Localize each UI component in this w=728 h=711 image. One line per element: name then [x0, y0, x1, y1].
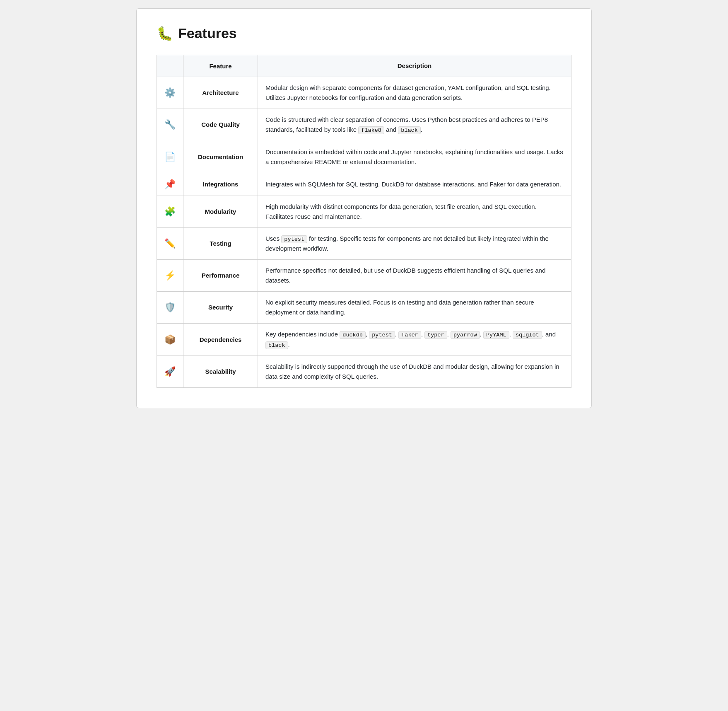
feature-name-label: Performance — [202, 272, 240, 279]
feature-name-cell: Architecture — [183, 77, 258, 109]
inline-code: pytest — [281, 235, 307, 243]
feature-icon: 📌 — [157, 173, 183, 196]
table-row: ✏️TestingUses pytest for testing. Specif… — [157, 227, 571, 260]
inline-code: black — [265, 341, 288, 349]
feature-icon: ⚙️ — [157, 77, 183, 109]
feature-name-cell: Documentation — [183, 141, 258, 173]
feature-description: Integrates with SQLMesh for SQL testing,… — [258, 173, 571, 196]
feature-name-cell: Scalability — [183, 356, 258, 388]
feature-name-label: Testing — [210, 240, 231, 247]
feature-icon: ⚡ — [157, 260, 183, 292]
feature-name-label: Modularity — [205, 208, 236, 215]
feature-description: Uses pytest for testing. Specific tests … — [258, 227, 571, 260]
page-title-row: 🐛 Features — [157, 25, 571, 41]
inline-code: typer — [424, 331, 447, 339]
feature-description: Scalability is indirectly supported thro… — [258, 356, 571, 388]
inline-code: Faker — [398, 331, 421, 339]
table-row: 🔧Code QualityCode is structured with cle… — [157, 109, 571, 141]
feature-name-cell: Security — [183, 292, 258, 324]
feature-description: Documentation is embedded within code an… — [258, 141, 571, 173]
table-row: 📌IntegrationsIntegrates with SQLMesh for… — [157, 173, 571, 196]
page-title-emoji: 🐛 — [157, 26, 173, 41]
feature-name-cell: Performance — [183, 260, 258, 292]
feature-name-label: Scalability — [205, 368, 236, 375]
col-description-header: Description — [258, 55, 571, 77]
page-container: 🐛 Features Feature Description ⚙️Archite… — [136, 8, 592, 408]
feature-name-cell: Code Quality — [183, 109, 258, 141]
inline-code: sqlglot — [513, 331, 542, 339]
feature-icon: 🧩 — [157, 196, 183, 227]
feature-icon: 🛡️ — [157, 292, 183, 324]
table-row: ⚡PerformancePerformance specifics not de… — [157, 260, 571, 292]
feature-description: High modularity with distinct components… — [258, 196, 571, 227]
feature-icon: ✏️ — [157, 227, 183, 260]
feature-description: Modular design with separate components … — [258, 77, 571, 109]
page-title: Features — [178, 25, 237, 41]
col-feature-header: Feature — [183, 55, 258, 77]
feature-name-cell: Modularity — [183, 196, 258, 227]
feature-name-cell: Testing — [183, 227, 258, 260]
col-icon-header — [157, 55, 183, 77]
inline-code: duckdb — [340, 331, 366, 339]
features-table: Feature Description ⚙️ArchitectureModula… — [157, 55, 571, 388]
feature-name-cell: Dependencies — [183, 324, 258, 356]
feature-name-label: Architecture — [202, 89, 239, 96]
feature-name-label: Integrations — [203, 181, 239, 188]
table-row: 📦DependenciesKey dependencies include du… — [157, 324, 571, 356]
table-row: 🛡️SecurityNo explicit security measures … — [157, 292, 571, 324]
feature-icon: 🚀 — [157, 356, 183, 388]
inline-code: black — [398, 126, 421, 134]
table-row: 🧩ModularityHigh modularity with distinct… — [157, 196, 571, 227]
feature-description: Key dependencies include duckdb, pytest,… — [258, 324, 571, 356]
table-header-row: Feature Description — [157, 55, 571, 77]
feature-description: Performance specifics not detailed, but … — [258, 260, 571, 292]
feature-name-cell: Integrations — [183, 173, 258, 196]
feature-name-label: Security — [208, 304, 233, 311]
feature-icon: 📄 — [157, 141, 183, 173]
inline-code: PyYAML — [483, 331, 509, 339]
table-row: 📄DocumentationDocumentation is embedded … — [157, 141, 571, 173]
feature-name-label: Code Quality — [201, 121, 240, 128]
feature-icon: 📦 — [157, 324, 183, 356]
inline-code: pytest — [369, 331, 395, 339]
table-row: 🚀ScalabilityScalability is indirectly su… — [157, 356, 571, 388]
feature-description: Code is structured with clear separation… — [258, 109, 571, 141]
inline-code: pyarrow — [451, 331, 480, 339]
feature-name-label: Documentation — [198, 153, 243, 160]
table-row: ⚙️ArchitectureModular design with separa… — [157, 77, 571, 109]
feature-icon: 🔧 — [157, 109, 183, 141]
feature-name-label: Dependencies — [200, 336, 242, 343]
inline-code: flake8 — [358, 126, 384, 134]
feature-description: No explicit security measures detailed. … — [258, 292, 571, 324]
